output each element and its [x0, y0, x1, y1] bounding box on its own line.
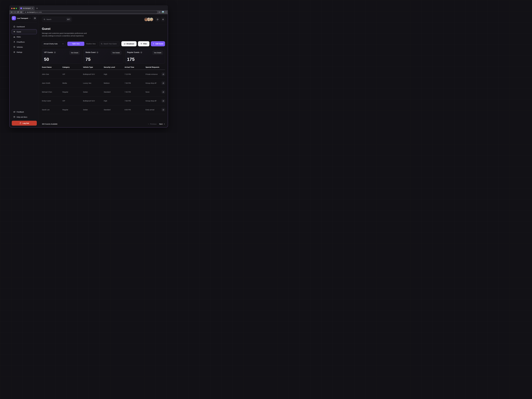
help-circle-icon	[13, 116, 15, 118]
notifications-button[interactable]	[161, 17, 165, 21]
browser-toolbar: lux-transport/guest-table	[9, 10, 168, 14]
browser-profile-avatar[interactable]	[162, 11, 164, 13]
megaphone-icon	[13, 111, 15, 113]
table-footer: 300 Guests Available Previous Next	[42, 121, 165, 127]
sidebar-item-label: Help and docs	[17, 116, 27, 118]
home-icon[interactable]	[20, 11, 22, 13]
sidebar-collapse-button[interactable]	[33, 16, 37, 20]
cell-requests: Group drop-off	[146, 100, 156, 102]
window-controls	[11, 8, 17, 9]
cell-vehicle: Sedan	[83, 91, 104, 93]
cell-arrival: 7:30 PM	[125, 82, 146, 84]
event-select[interactable]: Annual Charity Gala	[42, 41, 65, 46]
team-avatar-stack[interactable]	[144, 18, 153, 21]
tab-table-view[interactable]: Table View	[67, 42, 84, 46]
table-header: Guest Name Category Vehicle Type Securit…	[42, 64, 165, 70]
page-title: Guest	[42, 27, 165, 31]
table-row: Emily Carter VIP Bulletproof SUV High 7:…	[42, 96, 165, 105]
chat-bubble-icon	[163, 82, 164, 84]
info-icon[interactable]	[96, 51, 98, 53]
cell-category: Regular	[62, 109, 83, 111]
search-icon	[44, 19, 45, 20]
new-tab-button[interactable]	[36, 7, 38, 9]
bookmark-star-icon[interactable]	[159, 11, 160, 13]
sidebar-item-ratings[interactable]: Ratings	[12, 50, 37, 55]
tab-timeline-view[interactable]: Timeline View	[84, 42, 97, 46]
home-icon	[13, 25, 15, 28]
guest-search-input[interactable]: Search Your Guest	[99, 41, 120, 46]
row-message-button[interactable]	[162, 72, 165, 76]
page-description: Manage and customize guest transportatio…	[42, 32, 92, 37]
minimize-window-button[interactable]	[13, 8, 15, 9]
see-details-button[interactable]: See Details	[152, 51, 163, 55]
add-guest-button[interactable]: Add Guest	[151, 41, 165, 46]
cell-requests: Group drop-off	[146, 82, 156, 84]
sidebar-item-dashboard[interactable]: Dashboard	[12, 24, 37, 29]
view-toggle: Table View Timeline View	[67, 41, 98, 46]
column-header: Vehicle Type	[83, 66, 104, 68]
browser-tab[interactable]: lux-transport	[19, 6, 35, 10]
reload-icon[interactable]	[17, 11, 19, 13]
sidebar-item-chauffeurs[interactable]: Chauffeurs	[12, 39, 37, 44]
guest-search-placeholder: Search Your Guest	[103, 43, 117, 45]
search-placeholder: Search	[46, 19, 65, 20]
row-message-button[interactable]	[162, 108, 165, 111]
next-page-button[interactable]: Next	[159, 123, 165, 125]
stat-value: 175	[127, 57, 163, 62]
cell-category: Regular	[62, 91, 83, 93]
main-area: Search ⌘ F	[39, 14, 168, 127]
cell-arrival: 7:15 PM	[125, 73, 146, 75]
forward-icon[interactable]	[14, 11, 16, 13]
filter-button[interactable]: Filter	[138, 41, 149, 46]
sidebar-item-vehicles[interactable]: Vehicles	[12, 44, 37, 50]
app-frame: Lux Transport Dashboard Guest Rid	[9, 14, 168, 127]
messages-button[interactable]	[156, 17, 160, 21]
broadcast-button[interactable]: Broadcast	[121, 41, 137, 46]
star-icon	[13, 51, 15, 53]
sidebar-item-rides[interactable]: Rides	[12, 34, 37, 39]
sidebar-item-guest[interactable]: Guest	[12, 29, 37, 34]
filter-funnel-icon	[140, 43, 142, 45]
page-content: Guest Manage and customize guest transpo…	[39, 25, 168, 127]
chat-bubble-icon	[163, 73, 164, 75]
info-icon[interactable]	[54, 51, 56, 53]
sidebar-item-label: Guest	[17, 31, 21, 33]
back-icon[interactable]	[11, 11, 13, 13]
sidebar-item-label: Dashboard	[17, 26, 25, 28]
close-window-button[interactable]	[11, 8, 13, 9]
sidebar-item-feedback[interactable]: Feedback	[12, 109, 37, 114]
controls-row: Annual Charity Gala Table View Timeline …	[42, 41, 165, 46]
chat-bubble-icon	[157, 18, 158, 20]
guest-count: 300 Guests Available	[42, 123, 57, 125]
cell-vehicle: Sedan	[83, 109, 104, 111]
row-message-button[interactable]	[162, 99, 165, 102]
browser-menu-icon[interactable]	[165, 11, 166, 13]
row-message-button[interactable]	[162, 90, 165, 94]
search-icon	[101, 43, 102, 45]
tab-close-icon[interactable]	[32, 7, 33, 9]
chevron-down-icon[interactable]	[29, 18, 31, 19]
previous-page-button[interactable]: Previous	[148, 123, 157, 125]
info-icon[interactable]	[140, 51, 142, 53]
avatar	[150, 18, 153, 21]
see-details-button[interactable]: See Details	[111, 51, 121, 55]
see-details-button[interactable]: See Details	[69, 51, 80, 55]
table-row: Sarah Lee Regular Sedan Standard 8:00 PM…	[42, 105, 165, 114]
brand-row: Lux Transport	[12, 16, 37, 20]
sidebar-item-help[interactable]: Help and docs	[12, 114, 37, 119]
search-shortcut-badge: ⌘ F	[66, 18, 71, 21]
logout-icon	[19, 122, 21, 124]
maximize-window-button[interactable]	[16, 8, 17, 9]
cell-security: Medium	[104, 82, 125, 84]
cell-requests: Private entrance	[146, 73, 158, 75]
cell-security: Standard	[104, 91, 125, 93]
cell-category: VIP	[62, 100, 83, 102]
cell-guest-name: Jane Smith	[42, 82, 62, 84]
chevron-down-icon	[62, 43, 64, 44]
global-search-input[interactable]: Search ⌘ F	[42, 17, 72, 22]
logout-button[interactable]: Log Out	[12, 121, 37, 126]
table-row: Michael Chen Regular Sedan Standard 7:45…	[42, 88, 165, 96]
cell-guest-name: Sarah Lee	[42, 109, 62, 111]
row-message-button[interactable]	[162, 81, 165, 85]
address-bar[interactable]: lux-transport/guest-table	[23, 11, 157, 13]
